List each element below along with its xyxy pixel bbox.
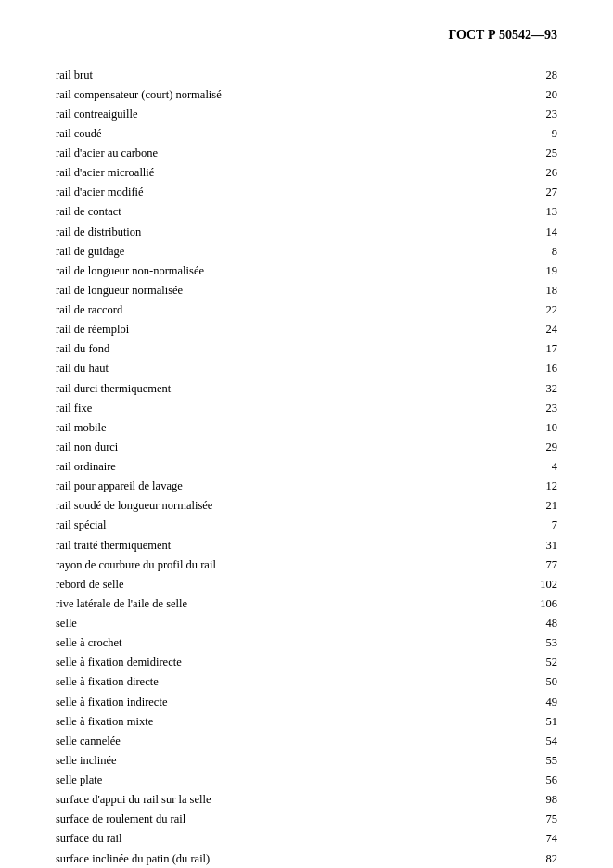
table-row: rail de longueur normalisée18 (56, 280, 557, 300)
page-header: ГОСТ Р 50542—93 (56, 28, 557, 43)
page-num-cell: 10 (482, 417, 557, 437)
page-num-cell: 25 (482, 144, 557, 163)
table-row: rail de raccord22 (56, 300, 557, 320)
table-row: rail du haut16 (56, 359, 557, 378)
page-num-cell: 27 (482, 183, 557, 202)
page-num-cell: 49 (482, 692, 557, 711)
table-row: rail durci thermiquement32 (56, 378, 557, 398)
term-cell: rail de guidage (56, 241, 482, 261)
table-row: rail de contact13 (56, 202, 557, 222)
term-cell: rail soudé de longueur normalisée (56, 496, 482, 516)
page-num-cell: 22 (482, 300, 557, 320)
table-row: selle cannelée54 (56, 731, 557, 750)
page-num-cell: 98 (482, 790, 557, 810)
term-cell: rail d'acier modifié (56, 183, 482, 202)
table-row: rail ordinaire4 (56, 457, 557, 477)
term-cell: rail du fond (56, 339, 482, 359)
page-num-cell: 82 (482, 849, 557, 868)
table-row: rail contreaiguille23 (56, 104, 557, 123)
page-num-cell: 51 (482, 711, 557, 731)
term-cell: rive latérale de l'aile de selle (56, 594, 482, 613)
table-row: selle48 (56, 614, 557, 633)
page-num-cell: 9 (482, 123, 557, 143)
term-cell: selle à fixation mixte (56, 711, 482, 731)
term-cell: rail spécial (56, 516, 482, 535)
term-cell: selle à fixation demidirecte (56, 653, 482, 672)
table-row: rail spécial7 (56, 516, 557, 535)
page-num-cell: 55 (482, 750, 557, 770)
page-num-cell: 13 (482, 202, 557, 222)
page-num-cell: 17 (482, 339, 557, 359)
term-cell: rail pour appareil de lavage (56, 477, 482, 496)
term-cell: rail fixe (56, 398, 482, 417)
table-row: rayon de courbure du profil du rail77 (56, 555, 557, 574)
page-num-cell: 23 (482, 398, 557, 417)
page-num-cell: 12 (482, 477, 557, 496)
term-cell: rail coudé (56, 123, 482, 143)
table-row: selle à fixation demidirecte52 (56, 653, 557, 672)
page-num-cell: 52 (482, 653, 557, 672)
term-cell: rail compensateur (court) normalisé (56, 84, 482, 104)
term-cell: rail mobile (56, 417, 482, 437)
term-cell: rail de distribution (56, 222, 482, 241)
page-num-cell: 24 (482, 320, 557, 339)
page-num-cell: 29 (482, 437, 557, 456)
table-row: rail brut28 (56, 65, 557, 84)
page-num-cell: 50 (482, 672, 557, 692)
page-num-cell: 14 (482, 222, 557, 241)
term-cell: selle inclinée (56, 750, 482, 770)
table-row: surface de roulement du rail75 (56, 810, 557, 829)
page-num-cell: 106 (482, 594, 557, 613)
term-cell: surface de roulement du rail (56, 810, 482, 829)
page-num-cell: 102 (482, 574, 557, 594)
term-cell: rail d'acier microallié (56, 163, 482, 183)
page-num-cell: 75 (482, 810, 557, 829)
page-num-cell: 48 (482, 614, 557, 633)
term-cell: rail de longueur normalisée (56, 280, 482, 300)
term-cell: rail durci thermiquement (56, 378, 482, 398)
table-row: rail d'acier microallié26 (56, 163, 557, 183)
page-num-cell: 23 (482, 104, 557, 123)
table-row: selle à fixation mixte51 (56, 711, 557, 731)
term-cell: rail traité thermiquement (56, 535, 482, 555)
document-title: ГОСТ Р 50542—93 (448, 28, 557, 43)
table-row: surface inclinée du patin (du rail)82 (56, 849, 557, 868)
page-num-cell: 28 (482, 65, 557, 84)
table-row: rail de réemploi24 (56, 320, 557, 339)
table-row: rebord de selle102 (56, 574, 557, 594)
table-row: rail du fond17 (56, 339, 557, 359)
page-num-cell: 53 (482, 633, 557, 653)
term-cell: rail de contact (56, 202, 482, 222)
term-cell: rail du haut (56, 359, 482, 378)
page-num-cell: 7 (482, 516, 557, 535)
table-row: rail d'acier modifié27 (56, 183, 557, 202)
page-num-cell: 32 (482, 378, 557, 398)
term-cell: rayon de courbure du profil du rail (56, 555, 482, 574)
table-row: selle à fixation directe50 (56, 672, 557, 692)
page-num-cell: 21 (482, 496, 557, 516)
term-cell: surface du rail (56, 829, 482, 849)
table-row: rail non durci29 (56, 437, 557, 456)
page-num-cell: 54 (482, 731, 557, 750)
table-row: rail mobile10 (56, 417, 557, 437)
page-num-cell: 31 (482, 535, 557, 555)
page-num-cell: 74 (482, 829, 557, 849)
table-row: rail de longueur non-normalisée19 (56, 261, 557, 280)
table-row: rail pour appareil de lavage12 (56, 477, 557, 496)
table-row: rail coudé9 (56, 123, 557, 143)
table-row: selle plate56 (56, 771, 557, 790)
index-table: rail brut28rail compensateur (court) nor… (56, 65, 557, 868)
term-cell: rail non durci (56, 437, 482, 456)
term-cell: rail contreaiguille (56, 104, 482, 123)
page-num-cell: 18 (482, 280, 557, 300)
term-cell: selle à fixation indirecte (56, 692, 482, 711)
term-cell: rail d'acier au carbone (56, 144, 482, 163)
table-row: rail de guidage8 (56, 241, 557, 261)
table-row: rive latérale de l'aile de selle106 (56, 594, 557, 613)
table-row: surface d'appui du rail sur la selle98 (56, 790, 557, 810)
term-cell: rail de longueur non-normalisée (56, 261, 482, 280)
table-row: rail soudé de longueur normalisée21 (56, 496, 557, 516)
term-cell: surface d'appui du rail sur la selle (56, 790, 482, 810)
table-row: rail fixe23 (56, 398, 557, 417)
term-cell: rail brut (56, 65, 482, 84)
